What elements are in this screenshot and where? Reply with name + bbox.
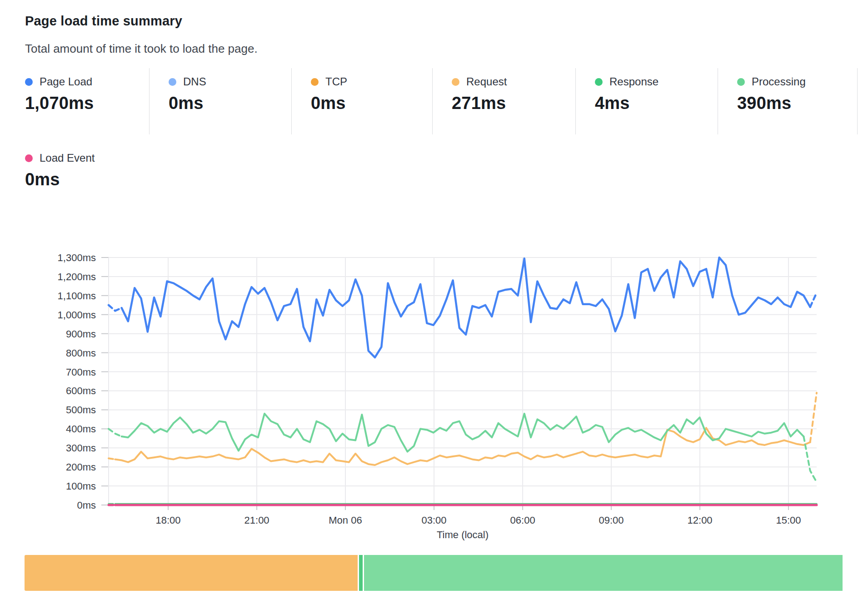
x-axis-tick-label: 09:00	[599, 515, 624, 526]
series-line-request	[109, 458, 115, 459]
range-bar-segment-orange[interactable]	[25, 555, 358, 591]
series-line-request	[810, 393, 817, 442]
y-axis-tick-label: 600ms	[66, 385, 96, 396]
range-bar-segment-green[interactable]	[364, 555, 843, 591]
y-axis-tick-label: 1,000ms	[58, 309, 96, 321]
x-axis-tick-label: 18:00	[155, 515, 180, 526]
y-axis-tick-label: 800ms	[66, 347, 96, 359]
y-axis-tick-label: 900ms	[66, 328, 96, 340]
y-axis-tick-label: 500ms	[66, 404, 96, 416]
y-axis-tick-label: 1,100ms	[58, 290, 96, 302]
page-load-time-chart: 0ms100ms200ms300ms400ms500ms600ms700ms80…	[0, 0, 868, 614]
x-axis-tick-label: 12:00	[688, 515, 713, 526]
x-axis-title: Time (local)	[437, 529, 489, 540]
x-axis-tick-label: 06:00	[510, 515, 535, 526]
y-axis-tick-label: 1,200ms	[58, 271, 96, 282]
y-axis-tick-label: 0ms	[77, 500, 96, 511]
y-axis-tick-label: 400ms	[66, 423, 96, 435]
x-axis-tick-label: Mon 06	[329, 515, 362, 526]
x-axis-tick-label: 21:00	[244, 515, 269, 526]
time-range-bar[interactable]	[25, 555, 843, 591]
y-axis-tick-label: 100ms	[66, 480, 96, 492]
y-axis-tick-label: 200ms	[66, 461, 96, 473]
range-bar-segment-green-sliver[interactable]	[359, 555, 363, 591]
y-axis-tick-label: 300ms	[66, 442, 96, 454]
series-line-processing	[122, 414, 804, 452]
x-axis-tick-label: 15:00	[776, 515, 801, 526]
series-line-processing	[109, 429, 122, 436]
series-line-page-load	[810, 293, 817, 307]
series-line-page-load	[109, 305, 122, 311]
series-line-page-load	[122, 257, 810, 357]
y-axis-tick-label: 1,300ms	[58, 252, 96, 263]
y-axis-tick-label: 700ms	[66, 366, 96, 378]
x-axis-tick-label: 03:00	[422, 515, 447, 526]
